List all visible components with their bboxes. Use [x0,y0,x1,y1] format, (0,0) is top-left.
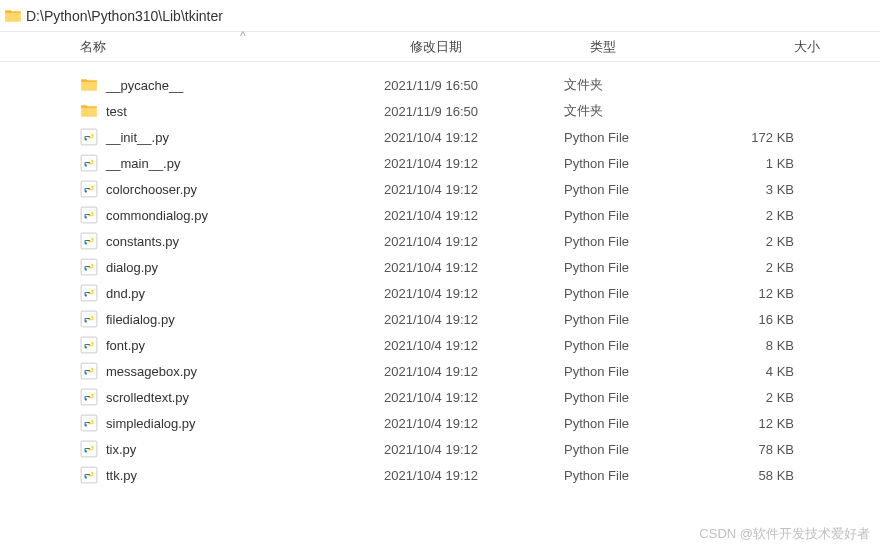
file-list: __pycache__2021/11/9 16:50文件夹test2021/11… [0,62,880,488]
file-name: font.py [106,338,145,353]
python-file-icon [80,232,98,250]
file-size: 12 KB [724,416,804,431]
file-type: Python File [564,130,724,145]
python-file-icon [80,466,98,484]
file-name-cell: filedialog.py [80,310,384,328]
file-row[interactable]: dnd.py2021/10/4 19:12Python File12 KB [80,280,880,306]
file-name: dialog.py [106,260,158,275]
file-date: 2021/10/4 19:12 [384,130,564,145]
file-name: __pycache__ [106,78,183,93]
address-bar[interactable]: D:\Python\Python310\Lib\tkinter [0,0,880,32]
file-date: 2021/10/4 19:12 [384,442,564,457]
file-row[interactable]: messagebox.py2021/10/4 19:12Python File4… [80,358,880,384]
file-date: 2021/10/4 19:12 [384,156,564,171]
file-row[interactable]: filedialog.py2021/10/4 19:12Python File1… [80,306,880,332]
file-row[interactable]: colorchooser.py2021/10/4 19:12Python Fil… [80,176,880,202]
column-header-type[interactable]: 类型 [590,38,750,56]
file-row[interactable]: scrolledtext.py2021/10/4 19:12Python Fil… [80,384,880,410]
file-size: 2 KB [724,260,804,275]
file-name-cell: ttk.py [80,466,384,484]
file-date: 2021/11/9 16:50 [384,78,564,93]
column-header-name[interactable]: 名称 ^ [80,38,410,56]
file-row[interactable]: constants.py2021/10/4 19:12Python File2 … [80,228,880,254]
file-row[interactable]: ttk.py2021/10/4 19:12Python File58 KB [80,462,880,488]
file-row[interactable]: __pycache__2021/11/9 16:50文件夹 [80,72,880,98]
file-date: 2021/10/4 19:12 [384,338,564,353]
file-type: Python File [564,416,724,431]
file-date: 2021/10/4 19:12 [384,182,564,197]
file-type: Python File [564,156,724,171]
folder-icon [80,102,98,120]
file-date: 2021/10/4 19:12 [384,260,564,275]
file-name-cell: test [80,102,384,120]
file-name-cell: dialog.py [80,258,384,276]
column-header-date[interactable]: 修改日期 [410,38,590,56]
file-name-cell: scrolledtext.py [80,388,384,406]
python-file-icon [80,440,98,458]
file-date: 2021/10/4 19:12 [384,208,564,223]
file-type: Python File [564,312,724,327]
file-size: 12 KB [724,286,804,301]
file-name: tix.py [106,442,136,457]
file-date: 2021/10/4 19:12 [384,286,564,301]
python-file-icon [80,414,98,432]
python-file-icon [80,284,98,302]
file-size: 2 KB [724,390,804,405]
file-type: Python File [564,208,724,223]
address-path[interactable]: D:\Python\Python310\Lib\tkinter [26,8,876,24]
file-date: 2021/10/4 19:12 [384,468,564,483]
file-name-cell: messagebox.py [80,362,384,380]
file-name: dnd.py [106,286,145,301]
file-name-cell: dnd.py [80,284,384,302]
file-name: constants.py [106,234,179,249]
column-headers: 名称 ^ 修改日期 类型 大小 [0,32,880,62]
file-name: colorchooser.py [106,182,197,197]
file-size: 4 KB [724,364,804,379]
file-type: 文件夹 [564,102,724,120]
file-date: 2021/11/9 16:50 [384,104,564,119]
python-file-icon [80,154,98,172]
file-name: commondialog.py [106,208,208,223]
watermark: CSDN @软件开发技术爱好者 [699,525,870,543]
file-row[interactable]: commondialog.py2021/10/4 19:12Python Fil… [80,202,880,228]
python-file-icon [80,362,98,380]
file-name: test [106,104,127,119]
file-name-cell: commondialog.py [80,206,384,224]
file-size: 58 KB [724,468,804,483]
file-type: Python File [564,468,724,483]
file-row[interactable]: __init__.py2021/10/4 19:12Python File172… [80,124,880,150]
file-type: Python File [564,286,724,301]
python-file-icon [80,258,98,276]
file-name-cell: font.py [80,336,384,354]
file-row[interactable]: test2021/11/9 16:50文件夹 [80,98,880,124]
file-row[interactable]: __main__.py2021/10/4 19:12Python File1 K… [80,150,880,176]
file-date: 2021/10/4 19:12 [384,416,564,431]
file-size: 8 KB [724,338,804,353]
column-header-size[interactable]: 大小 [750,38,830,56]
file-type: Python File [564,182,724,197]
file-date: 2021/10/4 19:12 [384,364,564,379]
file-type: 文件夹 [564,76,724,94]
python-file-icon [80,180,98,198]
file-size: 2 KB [724,208,804,223]
file-name-cell: simpledialog.py [80,414,384,432]
file-row[interactable]: dialog.py2021/10/4 19:12Python File2 KB [80,254,880,280]
file-row[interactable]: simpledialog.py2021/10/4 19:12Python Fil… [80,410,880,436]
file-name-cell: colorchooser.py [80,180,384,198]
file-name: __init__.py [106,130,169,145]
python-file-icon [80,128,98,146]
python-file-icon [80,388,98,406]
file-name: filedialog.py [106,312,175,327]
file-date: 2021/10/4 19:12 [384,312,564,327]
file-size: 1 KB [724,156,804,171]
file-date: 2021/10/4 19:12 [384,234,564,249]
folder-icon [80,76,98,94]
python-file-icon [80,310,98,328]
file-row[interactable]: font.py2021/10/4 19:12Python File8 KB [80,332,880,358]
file-row[interactable]: tix.py2021/10/4 19:12Python File78 KB [80,436,880,462]
file-type: Python File [564,442,724,457]
file-size: 3 KB [724,182,804,197]
file-name: messagebox.py [106,364,197,379]
file-name-cell: __init__.py [80,128,384,146]
folder-icon [4,7,22,25]
